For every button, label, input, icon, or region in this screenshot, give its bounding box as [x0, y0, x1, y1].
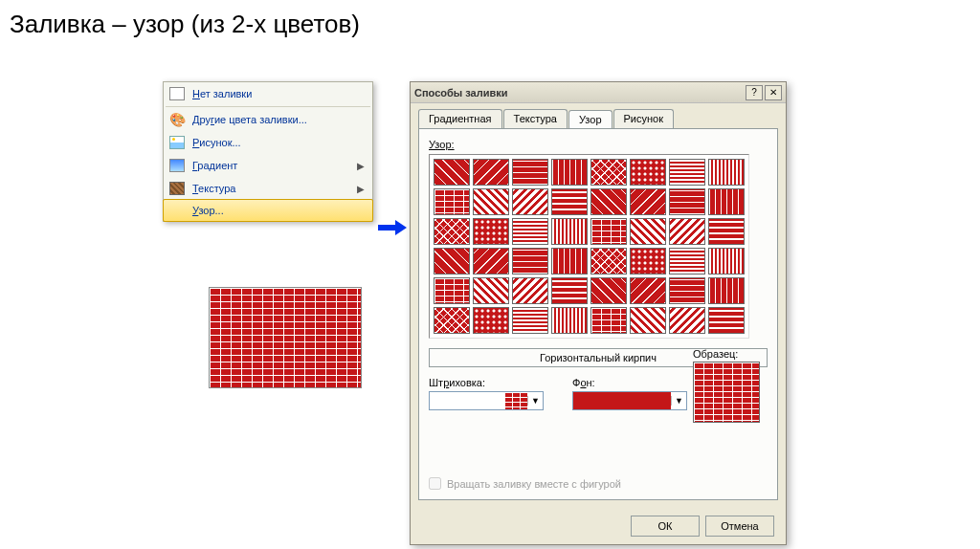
dialog-title: Способы заливки — [414, 87, 744, 99]
pattern-swatch[interactable] — [551, 159, 588, 186]
sample-preview — [693, 362, 760, 423]
bg-label: Фон: — [572, 377, 687, 388]
pattern-swatch[interactable] — [551, 277, 588, 304]
tab-pattern[interactable]: Узор — [568, 110, 612, 129]
menu-separator — [166, 106, 370, 107]
chevron-down-icon: ▼ — [671, 396, 686, 406]
dialog-page-pattern: Узор: Горизонтальный кирпич Штриховка: ▼… — [418, 128, 778, 500]
pattern-swatch[interactable] — [630, 248, 666, 274]
menu-item-no-fill[interactable]: Нет заливки — [164, 82, 372, 105]
pattern-swatch[interactable] — [512, 248, 548, 274]
rotate-checkbox — [429, 477, 441, 490]
pattern-swatch[interactable] — [708, 277, 745, 304]
help-button[interactable]: ? — [746, 85, 763, 100]
pattern-swatch[interactable] — [512, 218, 548, 245]
pattern-swatch[interactable] — [512, 159, 548, 186]
bg-color-group: Фон: ▼ — [572, 377, 687, 410]
pattern-swatch[interactable] — [708, 218, 745, 245]
tab-gradient[interactable]: Градиентная — [418, 109, 502, 128]
pattern-swatch[interactable] — [551, 218, 588, 245]
pattern-swatch[interactable] — [590, 307, 627, 334]
pattern-swatch[interactable] — [630, 159, 666, 186]
bg-color-combo[interactable]: ▼ — [572, 391, 687, 410]
blank-icon — [167, 201, 187, 220]
pattern-swatch[interactable] — [551, 307, 588, 334]
tab-texture[interactable]: Текстура — [503, 109, 568, 128]
hatch-color-combo[interactable]: ▼ — [429, 391, 544, 410]
pattern-swatch[interactable] — [473, 248, 509, 274]
pattern-swatch[interactable] — [630, 188, 666, 215]
pattern-swatch[interactable] — [590, 277, 627, 304]
arrow-right-icon — [378, 220, 407, 235]
close-button[interactable]: ✕ — [765, 85, 782, 100]
pattern-swatch[interactable] — [473, 188, 509, 215]
pattern-swatch[interactable] — [669, 277, 705, 304]
pattern-swatch[interactable] — [434, 159, 470, 186]
menu-item-pattern[interactable]: Узор... — [163, 199, 373, 222]
pattern-swatch[interactable] — [708, 188, 745, 215]
menu-label: Текстура — [192, 183, 357, 194]
pattern-swatch[interactable] — [434, 218, 470, 245]
pattern-swatch[interactable] — [630, 218, 666, 245]
menu-item-more-colors[interactable]: Другие цвета заливки... — [164, 108, 372, 131]
rotate-with-shape-row: Вращать заливку вместе с фигурой — [429, 477, 768, 490]
hatch-label: Штриховка: — [429, 377, 544, 388]
menu-label: Другие цвета заливки... — [192, 114, 368, 125]
pattern-swatch[interactable] — [434, 248, 470, 274]
chevron-right-icon: ▶ — [357, 161, 365, 171]
rotate-label: Вращать заливку вместе с фигурой — [447, 478, 621, 490]
pattern-swatch[interactable] — [590, 248, 627, 274]
pattern-swatch[interactable] — [473, 218, 509, 245]
menu-item-texture[interactable]: Текстура ▶ — [164, 177, 372, 200]
sample-label: Образец: — [693, 348, 760, 360]
pattern-swatch[interactable] — [708, 159, 745, 186]
pattern-swatch[interactable] — [669, 218, 705, 245]
pattern-swatch[interactable] — [434, 277, 470, 304]
pattern-swatch[interactable] — [590, 188, 627, 215]
pattern-swatch[interactable] — [669, 248, 705, 274]
menu-label: Нет заливки — [192, 88, 368, 99]
pattern-swatch[interactable] — [473, 159, 509, 186]
ok-button[interactable]: ОК — [631, 516, 700, 537]
pattern-swatch[interactable] — [630, 277, 666, 304]
pattern-swatch[interactable] — [473, 277, 509, 304]
pattern-swatch[interactable] — [590, 218, 627, 245]
dialog-titlebar[interactable]: Способы заливки ? ✕ — [411, 82, 786, 103]
chevron-down-icon: ▼ — [527, 396, 543, 406]
texture-icon — [167, 179, 187, 198]
gradient-icon — [167, 156, 187, 175]
pattern-swatch[interactable] — [512, 307, 548, 334]
menu-item-picture[interactable]: Рисунок... — [164, 131, 372, 154]
pattern-swatch[interactable] — [551, 248, 588, 274]
pattern-grid — [429, 154, 749, 339]
pattern-swatch[interactable] — [590, 159, 627, 186]
hatch-color-group: Штриховка: ▼ — [429, 377, 544, 410]
menu-label: Рисунок... — [192, 137, 368, 148]
pattern-swatch[interactable] — [551, 188, 588, 215]
menu-label: Узор... — [192, 205, 368, 216]
pattern-swatch[interactable] — [512, 277, 548, 304]
sample-area: Образец: — [693, 348, 760, 423]
pattern-swatch[interactable] — [708, 248, 745, 274]
menu-item-gradient[interactable]: Градиент ▶ — [164, 154, 372, 177]
no-fill-icon — [167, 84, 187, 103]
cancel-button[interactable]: Отмена — [705, 516, 774, 537]
pattern-grid-label: Узор: — [429, 139, 768, 150]
fill-dropdown-menu: Нет заливки Другие цвета заливки... Рису… — [163, 81, 373, 222]
pattern-swatch[interactable] — [473, 307, 509, 334]
pattern-swatch[interactable] — [669, 188, 705, 215]
tab-picture[interactable]: Рисунок — [613, 109, 675, 128]
menu-label: Градиент — [192, 160, 357, 171]
fill-effects-dialog: Способы заливки ? ✕ Градиентная Текстура… — [410, 81, 787, 545]
pattern-swatch[interactable] — [434, 307, 470, 334]
palette-icon — [167, 110, 187, 129]
pattern-swatch[interactable] — [434, 188, 470, 215]
dialog-button-row: ОК Отмена — [411, 508, 786, 544]
pattern-swatch[interactable] — [669, 159, 705, 186]
applied-fill-preview — [209, 287, 362, 388]
pattern-swatch[interactable] — [512, 188, 548, 215]
slide-title: Заливка – узор (из 2-х цветов) — [10, 10, 360, 39]
pattern-swatch[interactable] — [708, 307, 745, 334]
pattern-swatch[interactable] — [630, 307, 666, 334]
pattern-swatch[interactable] — [669, 307, 705, 334]
